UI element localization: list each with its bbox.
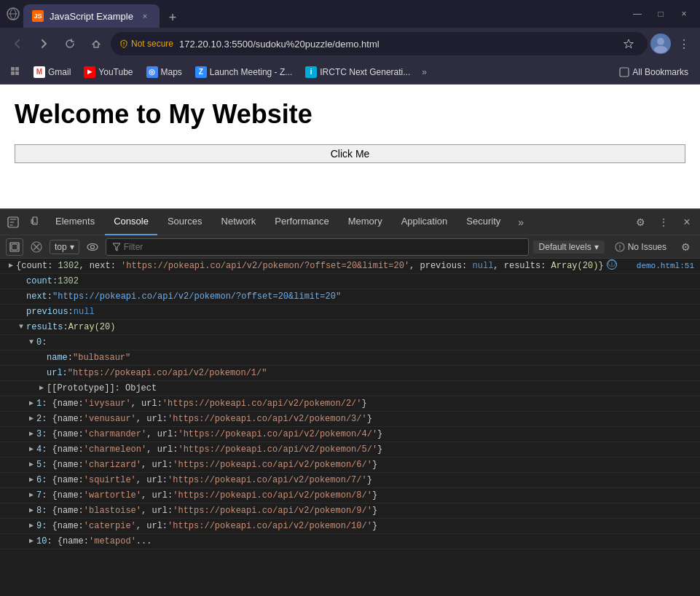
devtools-inspect-button[interactable]: [3, 212, 23, 232]
console-eye-button[interactable]: [84, 238, 101, 256]
devtools-right-controls: ⚙ ⋮ ×: [630, 212, 697, 232]
console-context-selector[interactable]: top ▾: [50, 240, 79, 254]
svg-marker-3: [624, 39, 634, 48]
console-line-8-item: ▶ 8: {name: 'blastoise', url: 'https://p…: [0, 503, 700, 519]
expand-8-icon[interactable]: ▶: [26, 504, 36, 517]
expand-10-icon[interactable]: ▶: [26, 535, 36, 548]
maps-favicon: ◎: [146, 66, 158, 78]
svg-point-2: [124, 45, 125, 46]
console-toolbar: top ▾ Default levels ▾ No Issues ⚙: [0, 235, 700, 259]
url-text: 172.20.10.3:5500/sudoku%20puzzle/demo.ht…: [179, 39, 613, 50]
apps-button[interactable]: [6, 62, 26, 82]
refresh-button[interactable]: [58, 32, 82, 55]
filter-text-input[interactable]: [124, 242, 522, 252]
expand-0-icon[interactable]: ▼: [26, 336, 36, 349]
devtools-tab-performance[interactable]: Performance: [266, 209, 337, 235]
home-button[interactable]: [84, 32, 108, 55]
svg-point-22: [90, 245, 94, 248]
tab-close-button[interactable]: ×: [139, 10, 151, 22]
devtools-tab-console[interactable]: Console: [105, 209, 157, 235]
devtools: Elements Console Sources Network Perform…: [0, 208, 700, 596]
tab-bar: JS JavaScript Example × +: [23, 0, 624, 28]
console-line-previous: previous: null: [0, 305, 700, 320]
security-label: Not secure: [131, 39, 173, 49]
devtools-device-button[interactable]: [25, 212, 45, 232]
back-button[interactable]: [6, 32, 29, 55]
new-tab-button[interactable]: +: [162, 7, 183, 28]
bookmark-youtube[interactable]: ▶ YouTube: [78, 65, 138, 79]
expand-7-icon[interactable]: ▶: [26, 489, 36, 502]
svg-point-6: [654, 46, 667, 53]
devtools-close-button[interactable]: ×: [677, 212, 697, 232]
expand-4-icon[interactable]: ▶: [26, 443, 36, 456]
browser-menu-button[interactable]: ⋮: [674, 34, 694, 54]
expand-1-icon[interactable]: ▶: [26, 397, 36, 410]
bookmark-irctc[interactable]: i IRCTC Next Generati...: [299, 65, 416, 79]
expand-9-icon[interactable]: ▶: [26, 519, 36, 533]
console-context-arrow: ▾: [70, 242, 74, 252]
devtools-tab-memory[interactable]: Memory: [339, 209, 391, 235]
active-tab[interactable]: JS JavaScript Example ×: [23, 4, 160, 28]
close-button[interactable]: ×: [674, 4, 694, 24]
svg-marker-23: [113, 243, 120, 251]
devtools-tab-sources[interactable]: Sources: [159, 209, 211, 235]
console-line-next: next: "https://pokeapi.co/api/v2/pokemon…: [0, 289, 700, 305]
console-line-1: ▶ {count: 1302, next: 'https://pokeapi.c…: [0, 259, 700, 274]
address-bar[interactable]: Not secure 172.20.10.3:5500/sudoku%20puz…: [111, 32, 648, 55]
expand-prototype-icon[interactable]: ▶: [36, 382, 47, 395]
console-line-url: url: "https://pokeapi.co/api/v2/pokemon/…: [0, 366, 700, 381]
svg-rect-10: [15, 71, 19, 75]
devtools-tab-security[interactable]: Security: [457, 209, 509, 235]
file-ref-1[interactable]: demo.html:51: [637, 259, 694, 272]
expand-2-icon[interactable]: ▶: [26, 412, 36, 426]
browser-icon: [6, 7, 20, 21]
zoom-favicon: Z: [195, 66, 207, 78]
devtools-tab-application[interactable]: Application: [393, 209, 457, 235]
bookmark-zoom[interactable]: Z Launch Meeting - Z...: [189, 65, 298, 79]
expand-3-icon[interactable]: ▶: [26, 428, 36, 441]
devtools-tab-network[interactable]: Network: [213, 209, 265, 235]
svg-rect-11: [620, 68, 629, 77]
console-settings-button[interactable]: ⚙: [677, 238, 694, 256]
minimize-button[interactable]: —: [627, 4, 648, 24]
all-bookmarks-button[interactable]: All Bookmarks: [613, 66, 694, 79]
devtools-tab-elements[interactable]: Elements: [47, 209, 103, 235]
expand-icon-1[interactable]: ▶: [6, 259, 16, 272]
profile-button[interactable]: [650, 34, 671, 54]
svg-rect-14: [31, 219, 33, 224]
more-bookmarks-button[interactable]: »: [417, 66, 431, 79]
console-line-1-item: ▶ 1: {name: 'ivysaur', url: 'https://pok…: [0, 396, 700, 412]
expand-results-icon[interactable]: ▼: [16, 321, 26, 334]
console-info-icon[interactable]: ⓘ: [607, 259, 617, 270]
bookmark-youtube-label: YouTube: [98, 67, 133, 77]
console-clear-button[interactable]: [28, 238, 45, 256]
svg-rect-8: [15, 67, 19, 71]
console-line-3-item: ▶ 3: {name: 'charmander', url: 'https://…: [0, 427, 700, 442]
devtools-options-button[interactable]: ⋮: [653, 212, 674, 232]
console-output[interactable]: ▶ {count: 1302, next: 'https://pokeapi.c…: [0, 259, 700, 596]
console-line-10-item: ▶ 10: {name: 'metapod'...: [0, 534, 700, 549]
default-levels-button[interactable]: Default levels ▾: [533, 240, 605, 254]
console-filter-input[interactable]: [106, 238, 529, 256]
title-bar-left: [6, 7, 20, 21]
tab-favicon: JS: [32, 10, 44, 22]
default-levels-label: Default levels: [539, 242, 591, 252]
title-bar: JS JavaScript Example × + — □ ×: [0, 0, 700, 28]
security-badge: Not secure: [119, 39, 173, 49]
irctc-favicon: i: [305, 66, 317, 78]
bookmark-gmail[interactable]: M Gmail: [28, 65, 76, 79]
console-line-4-item: ▶ 4: {name: 'charmeleon', url: 'https://…: [0, 442, 700, 458]
click-me-button[interactable]: Click Me: [15, 144, 685, 163]
devtools-more-tabs-button[interactable]: »: [511, 212, 531, 232]
bookmark-star-button[interactable]: [618, 34, 639, 54]
devtools-settings-button[interactable]: ⚙: [630, 212, 650, 232]
expand-5-icon[interactable]: ▶: [26, 458, 36, 471]
bookmark-maps[interactable]: ◎ Maps: [141, 65, 188, 79]
svg-point-21: [87, 243, 98, 250]
expand-6-icon[interactable]: ▶: [26, 474, 36, 487]
no-issues-label: No Issues: [628, 242, 666, 252]
console-frame-button[interactable]: [6, 238, 23, 256]
maximize-button[interactable]: □: [650, 4, 671, 24]
forward-button[interactable]: [32, 32, 55, 55]
console-line-results: ▼ results: Array(20): [0, 320, 700, 335]
